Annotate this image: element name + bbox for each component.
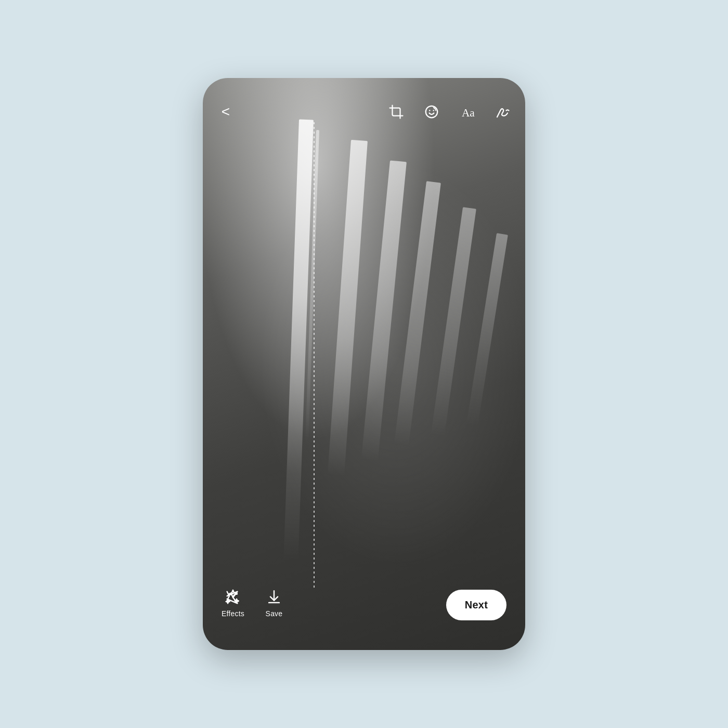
sticker-icon — [424, 104, 439, 120]
toolbar: < — [203, 78, 525, 130]
crop-icon — [388, 104, 404, 120]
svg-point-0 — [426, 106, 438, 118]
save-button[interactable]: Save — [265, 589, 283, 618]
svg-text:Aa: Aa — [462, 107, 475, 119]
effects-label: Effects — [222, 609, 244, 618]
effects-button[interactable]: Effects — [222, 589, 244, 618]
save-icon — [265, 589, 283, 606]
bottom-left-actions: Effects Save — [222, 589, 283, 618]
text-button[interactable]: Aa — [457, 101, 477, 122]
draw-icon — [495, 104, 510, 120]
back-icon: < — [222, 105, 230, 119]
sticker-button[interactable] — [421, 101, 442, 122]
back-button[interactable]: < — [215, 101, 236, 122]
svg-point-1 — [429, 110, 431, 111]
toolbar-left: < — [215, 101, 236, 122]
next-button[interactable]: Next — [446, 590, 506, 620]
text-icon: Aa — [459, 104, 475, 120]
effects-icon — [224, 589, 242, 606]
draw-button[interactable] — [492, 101, 513, 122]
save-label: Save — [266, 609, 283, 618]
phone-frame: < — [203, 78, 525, 650]
crop-button[interactable] — [386, 101, 407, 122]
svg-point-2 — [433, 110, 435, 111]
light-streaks — [203, 78, 525, 650]
bottom-bar: Effects Save Next — [203, 577, 525, 650]
toolbar-right: Aa — [386, 101, 513, 122]
svg-rect-7 — [268, 602, 280, 604]
